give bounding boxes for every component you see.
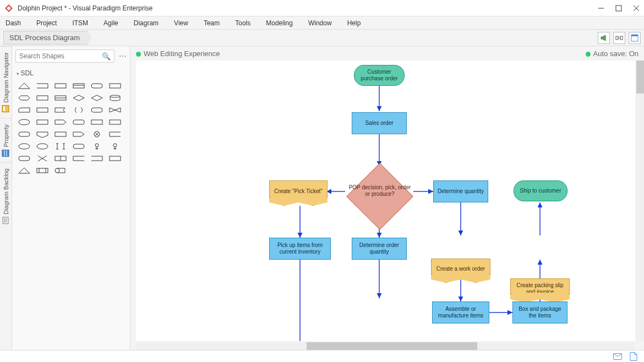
shape-pent[interactable]	[35, 130, 50, 139]
shape-rect-open[interactable]	[35, 81, 50, 90]
shape-diamond2[interactable]	[89, 94, 105, 102]
shape-round3[interactable]	[71, 142, 86, 151]
menu-item[interactable]: ITSM	[72, 19, 88, 27]
maximize-button[interactable]	[615, 5, 622, 12]
minimize-button[interactable]	[598, 5, 604, 12]
menu-item[interactable]: Team	[204, 19, 220, 27]
shape-rect5[interactable]	[35, 118, 50, 127]
shape-rect4[interactable]	[35, 106, 50, 114]
shape-cylinder[interactable]	[107, 94, 123, 102]
shape-card[interactable]	[17, 106, 32, 114]
shape-rect[interactable]	[53, 81, 68, 90]
shape-storage[interactable]	[71, 81, 86, 90]
shape-open-l[interactable]	[89, 154, 105, 163]
shape-round2[interactable]	[71, 118, 86, 127]
shape-ellipse[interactable]	[17, 118, 32, 127]
shape-triangle2[interactable]	[17, 166, 32, 175]
shape-triangle[interactable]	[17, 81, 32, 90]
menu-item[interactable]: Agile	[103, 19, 118, 27]
backlog-icon	[2, 217, 10, 224]
side-tab-navigator[interactable]: Diagram Navigator	[0, 46, 12, 118]
menu-item[interactable]: Help	[347, 19, 361, 27]
shape-brackets[interactable]	[53, 142, 68, 151]
shape-open-r[interactable]	[71, 154, 86, 163]
property-icon	[2, 149, 10, 157]
diagram-canvas[interactable]: Customer purchase order Sales order POP …	[136, 61, 635, 341]
shape-bowtie[interactable]	[107, 106, 123, 114]
layout-button[interactable]	[613, 32, 625, 44]
node-pick-ticket[interactable]: Create "Pick Ticket"	[269, 180, 328, 201]
shape-hex[interactable]	[17, 94, 32, 102]
shape-arrow[interactable]	[71, 130, 86, 139]
node-work-order[interactable]: Create a work order	[431, 259, 490, 278]
shape-tag[interactable]	[53, 118, 68, 127]
menu-item[interactable]: Window	[308, 19, 332, 27]
shape-bracket[interactable]	[107, 130, 123, 139]
shape-pill[interactable]	[89, 106, 105, 114]
node-sales-order[interactable]: Sales order	[352, 112, 407, 134]
shape-round4[interactable]	[17, 154, 32, 163]
shape-round-rect[interactable]	[89, 81, 105, 90]
shape-db[interactable]	[53, 166, 68, 175]
shape-subproc[interactable]	[35, 166, 50, 175]
shape-palette-grid	[15, 79, 127, 177]
svg-rect-38	[110, 120, 121, 124]
vertical-scrollbar[interactable]	[636, 61, 644, 341]
svg-rect-53	[19, 156, 30, 161]
node-packing-slip[interactable]: Create packing slip and invoice	[510, 278, 570, 298]
menu-item[interactable]: Tools	[235, 19, 250, 27]
menu-item[interactable]: Modeling	[266, 19, 293, 27]
node-customer-order[interactable]: Customer purchase order	[354, 65, 405, 86]
node-pick-items[interactable]: Pick up items from current inventory	[269, 238, 331, 260]
shape-x[interactable]	[35, 154, 50, 163]
menu-item[interactable]: View	[174, 19, 188, 27]
search-shapes-input[interactable]: 🔍	[15, 50, 114, 63]
shape-ellipse3[interactable]	[35, 142, 50, 151]
shape-rect9[interactable]	[107, 154, 123, 163]
shape-rect7[interactable]	[107, 118, 123, 127]
shape-diamond[interactable]	[71, 94, 86, 102]
svg-point-47	[95, 144, 99, 147]
node-order-qty[interactable]: Determine order quantity	[352, 238, 407, 260]
palette-more-button[interactable]: ⋯	[117, 52, 129, 61]
close-button[interactable]	[633, 5, 640, 12]
node-box-package[interactable]: Box and package the items	[512, 301, 567, 323]
menu-bar: Dash Project ITSM Agile Diagram View Tea…	[0, 17, 644, 30]
shape-flag[interactable]	[53, 106, 68, 114]
node-determine-qty[interactable]: Determine quantity	[433, 180, 488, 202]
diagram-tab[interactable]: SDL Process Diagram	[3, 31, 88, 45]
svg-rect-37	[91, 120, 102, 124]
shape-circle-x[interactable]	[89, 130, 105, 139]
svg-rect-33	[91, 108, 102, 112]
shape-female2[interactable]	[107, 142, 123, 151]
side-tab-property[interactable]: Property	[0, 118, 12, 163]
shape-dround[interactable]	[17, 130, 32, 139]
menu-item[interactable]: Project	[36, 19, 57, 27]
menu-item[interactable]: Dash	[6, 19, 21, 27]
svg-point-34	[19, 119, 30, 125]
shape-rect6[interactable]	[89, 118, 105, 127]
shape-rect8[interactable]	[53, 130, 68, 139]
shape-female[interactable]	[89, 142, 105, 151]
shape-double-rect[interactable]	[53, 94, 68, 102]
panel-toggle-button[interactable]	[629, 32, 641, 44]
mail-icon[interactable]	[613, 353, 622, 360]
node-ship[interactable]: Ship to customer	[514, 180, 567, 201]
document-icon[interactable]	[630, 352, 637, 361]
horizontal-scrollbar[interactable]	[136, 342, 635, 350]
side-tab-backlog[interactable]: Diagram Backlog	[0, 162, 12, 230]
shape-split[interactable]	[53, 154, 68, 163]
shapes-panel: 🔍 ⋯ SDL	[12, 46, 130, 350]
announce-button[interactable]	[598, 32, 610, 44]
palette-header[interactable]: SDL	[15, 67, 127, 79]
node-assemble[interactable]: Assemble or manufacture items	[432, 301, 489, 323]
canvas-status-left: Web Editing Experience	[136, 50, 220, 58]
svg-marker-30	[91, 95, 102, 101]
shape-rect3[interactable]	[35, 94, 50, 102]
node-pop-decision[interactable]: POP decision, pick, order or produce?	[344, 166, 416, 216]
shape-ellipse2[interactable]	[17, 142, 32, 151]
menu-item[interactable]: Diagram	[134, 19, 159, 27]
svg-rect-6	[616, 36, 618, 40]
shape-rect2[interactable]	[107, 81, 123, 90]
shape-paren[interactable]	[71, 106, 86, 114]
